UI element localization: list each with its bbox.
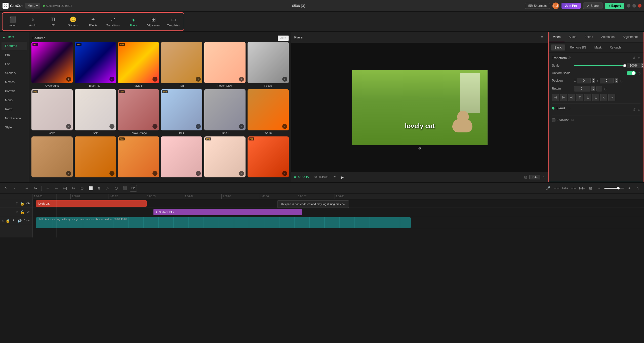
- filter-item-row3b[interactable]: ↓: [75, 136, 116, 178]
- position-keyframe-button[interactable]: ◇: [620, 79, 623, 83]
- settings-icon[interactable]: ⚙: [416, 145, 423, 152]
- ratio-button[interactable]: Ratio: [529, 175, 540, 179]
- menu-button[interactable]: Menu ▾: [25, 3, 40, 9]
- tab-adjustment[interactable]: Adjustment: [619, 32, 642, 42]
- redo-button[interactable]: ↪: [32, 185, 39, 192]
- sidebar-item-mono[interactable]: Mono: [2, 96, 27, 105]
- shortcuts-button[interactable]: ⌨ Shortcuts: [525, 3, 550, 9]
- tl-cut-button[interactable]: ✂✂: [561, 185, 569, 192]
- maximize-button[interactable]: [632, 4, 636, 8]
- timeline-main[interactable]: 1:00:00 1:00:01 1:00:02 1:00:03 1:00:04 …: [33, 194, 644, 237]
- pos-y-stepper[interactable]: ▲ ▼: [615, 78, 618, 83]
- download-icon[interactable]: ↓: [196, 124, 201, 129]
- tl-split-left-button[interactable]: ⊣⊣: [553, 185, 560, 192]
- filter-item-row3e[interactable]: Pro ↓: [204, 136, 246, 178]
- crop-button[interactable]: ⬡: [78, 185, 86, 192]
- sub-tab-basic[interactable]: Basic: [551, 44, 565, 51]
- sub-tab-retouch[interactable]: Retouch: [606, 44, 624, 51]
- scale-down-button[interactable]: ▼: [641, 66, 643, 68]
- pos-y-input[interactable]: [600, 78, 614, 83]
- export-button[interactable]: ↑ Export: [605, 3, 624, 9]
- sidebar-item-portrait[interactable]: Portrait: [2, 87, 27, 95]
- player-menu-button[interactable]: ≡: [538, 34, 545, 41]
- filter-item-salt[interactable]: ↓ Salt: [75, 89, 116, 134]
- pos-x-input[interactable]: [577, 78, 591, 83]
- filter-item-blue-hour[interactable]: Pro ↓ Blue Hour: [75, 42, 116, 87]
- select-tool-button[interactable]: ↖: [3, 185, 10, 192]
- scale-slider[interactable]: [574, 65, 625, 66]
- filter-clip[interactable]: ✦ Surface Blur: [153, 209, 302, 215]
- join-pro-button[interactable]: Join Pro: [561, 3, 581, 9]
- filter-item-warm[interactable]: ↓ Warm: [248, 89, 289, 134]
- video-lock-button[interactable]: 🔒: [6, 218, 10, 223]
- stabilize-checkbox[interactable]: [552, 118, 555, 122]
- split-button[interactable]: ⊢|: [61, 185, 68, 192]
- sidebar-item-life[interactable]: Life: [2, 60, 27, 68]
- sidebar-item-retro[interactable]: Retro: [2, 105, 27, 114]
- flip-button[interactable]: -: [596, 86, 602, 91]
- toolbar-item-audio[interactable]: ♪ Audio: [23, 13, 43, 30]
- download-icon[interactable]: ↓: [196, 77, 201, 82]
- pos-x-up-button[interactable]: ▲: [592, 78, 595, 81]
- tab-video[interactable]: Video: [549, 32, 565, 42]
- download-icon[interactable]: ↓: [196, 171, 201, 176]
- filter-item-focus[interactable]: ↓ Focus: [248, 42, 289, 87]
- share-button[interactable]: ↗ Share: [583, 3, 602, 9]
- toolbar-item-stickers[interactable]: 😊 Stickers: [63, 13, 83, 30]
- toolbar-item-templates[interactable]: ▭ Templates: [164, 13, 184, 30]
- video-audio-button[interactable]: 🔊: [17, 218, 22, 223]
- pos-y-down-button[interactable]: ▼: [615, 81, 618, 83]
- timeline-list-button[interactable]: ≡: [331, 174, 338, 181]
- delete-button[interactable]: ✂: [70, 185, 77, 192]
- sidebar-item-night-scene[interactable]: Night scene: [2, 114, 27, 123]
- tl-screen-button[interactable]: ⊡: [587, 185, 594, 192]
- filter-item-peach-glow[interactable]: ↓ Peach Glow: [204, 42, 246, 87]
- toolbar-item-filters[interactable]: ◈ Filters: [123, 13, 143, 30]
- rotate-down-button[interactable]: ▼: [591, 89, 595, 91]
- blend-keyframe-button[interactable]: ◇: [638, 108, 640, 112]
- split-left-button[interactable]: ⊣: [44, 185, 51, 192]
- toolbar-item-transitions[interactable]: ⇌ Transitions: [103, 13, 123, 30]
- special-button[interactable]: Pro: [130, 185, 137, 192]
- close-button[interactable]: [638, 4, 641, 8]
- filter-item-tan[interactable]: ↓ Tan: [161, 42, 202, 87]
- download-icon[interactable]: ↓: [66, 124, 71, 129]
- tl-trim-button[interactable]: ⊣⊢: [570, 185, 577, 192]
- download-icon[interactable]: ↓: [239, 124, 244, 129]
- expand-icon[interactable]: ⤡: [542, 175, 545, 179]
- play-button[interactable]: ▶: [341, 175, 344, 180]
- filter-item-cyberpunk[interactable]: Pro ↓ Cyberpunk: [31, 42, 73, 87]
- download-icon[interactable]: ↓: [282, 124, 287, 129]
- download-icon[interactable]: ↓: [282, 77, 287, 82]
- rotate-keyframe-button[interactable]: ◇: [604, 87, 607, 91]
- download-icon[interactable]: ↓: [282, 171, 287, 176]
- audio-button[interactable]: △: [104, 185, 111, 192]
- filter-item-row3a[interactable]: ↓: [31, 136, 73, 178]
- select-arrow-button[interactable]: ▾: [11, 185, 18, 192]
- rotate-stepper[interactable]: ▲ ▼: [591, 86, 595, 91]
- toolbar-item-import[interactable]: ⬛ Import: [3, 13, 23, 30]
- scale-input[interactable]: [627, 63, 640, 68]
- filter-item-throwntage[interactable]: Pro ↓ Throw...ntage: [118, 89, 159, 134]
- fullscreen-timeline-button[interactable]: ⤡: [634, 185, 641, 192]
- scale-stepper[interactable]: ▲ ▼: [641, 63, 643, 68]
- transform-reset-button[interactable]: ↺: [633, 56, 636, 60]
- video-visibility-button[interactable]: 👁: [11, 218, 16, 223]
- sidebar-item-scenery[interactable]: Scenery: [2, 69, 27, 77]
- uniform-scale-toggle[interactable]: [627, 71, 636, 75]
- all-filters-button[interactable]: All ≡: [278, 35, 289, 41]
- download-icon[interactable]: ↓: [66, 77, 71, 82]
- download-icon[interactable]: ↓: [152, 77, 157, 82]
- align-tl-button[interactable]: ↖: [600, 94, 607, 101]
- align-center-h-button[interactable]: ⊢: [560, 94, 567, 101]
- download-icon[interactable]: ↓: [239, 171, 244, 176]
- zoom-in-button[interactable]: +: [626, 185, 633, 192]
- filter-item-vivid2[interactable]: Pro ↓ Vivid II: [118, 42, 159, 87]
- tl-copy-button[interactable]: ⊢⊢: [579, 185, 586, 192]
- download-icon[interactable]: ↓: [109, 124, 114, 129]
- filter-item-row3d[interactable]: ↓: [161, 136, 202, 178]
- sub-tab-mask[interactable]: Mask: [591, 44, 605, 51]
- rotate-input[interactable]: [574, 86, 590, 91]
- sidebar-item-movies[interactable]: Movies: [2, 78, 27, 86]
- download-icon[interactable]: ↓: [239, 77, 244, 82]
